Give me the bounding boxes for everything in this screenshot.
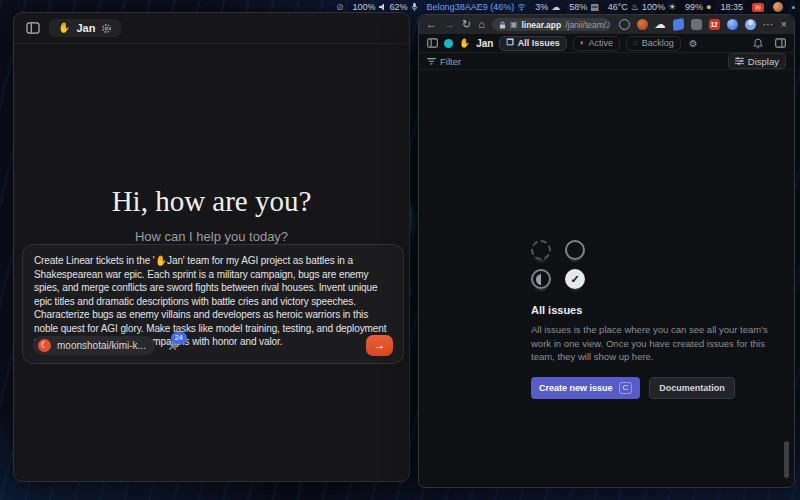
workspace-avatar[interactable] — [444, 39, 453, 48]
audio-indicator[interactable]: 100% 62% — [353, 2, 418, 12]
memory-value: 58% — [569, 2, 587, 12]
linear-header: ✋ Jan ❐ All Issues ◐ Active ◌ Backlog ⚙ — [419, 34, 794, 53]
extension-icon[interactable] — [637, 19, 648, 30]
wave-emoji: ✋ — [58, 23, 70, 33]
thermal-indicator: 46°C ♨ 100% ☀ — [608, 2, 676, 12]
mail-tray-icon[interactable]: ✉ — [752, 3, 764, 12]
adblock-extension-icon[interactable]: 12 — [709, 19, 720, 30]
temp-value: 46°C — [608, 2, 628, 12]
lock-icon — [499, 21, 506, 29]
battery-value: 99% — [685, 2, 703, 12]
browser-toolbar: ← → ↻ ⌂ ▣ linear.app/janii/team/JANAPP/a… — [419, 15, 794, 34]
thermometer-icon: ♨ — [631, 2, 639, 12]
bell-icon[interactable] — [753, 38, 763, 49]
desktop: { "desktop": { "status": { "volume": "10… — [0, 0, 800, 500]
jan-titlebar: ✋ Jan — [14, 13, 409, 44]
sidebar-toggle-icon[interactable] — [427, 38, 438, 48]
panel-right-icon[interactable] — [775, 38, 786, 48]
cloud-extension-icon[interactable]: ☁ — [655, 19, 666, 30]
view-settings-icon[interactable]: ⚙ — [689, 38, 698, 49]
todo-status-icon — [565, 240, 585, 260]
wifi-ssid: Belong38AAE9 (46%) — [427, 2, 515, 12]
tab-label: All Issues — [518, 38, 560, 49]
tray-dot-icon — [792, 6, 795, 9]
tools-count-badge: 24 — [171, 332, 187, 344]
reload-button[interactable]: ↻ — [462, 19, 471, 30]
fan-icon: ☀ — [668, 2, 676, 12]
memory-indicator: 58% ▤ — [569, 2, 599, 12]
browser-menu-button[interactable]: ⋯ — [763, 19, 774, 30]
address-bar[interactable]: ▣ linear.app/janii/team/JANAPP/all — [492, 18, 610, 31]
tab-all-issues[interactable]: ❐ All Issues — [499, 36, 566, 51]
display-label: Display — [748, 56, 779, 67]
volume-value: 100% — [353, 2, 376, 12]
greeting-heading: Hi, how are you? — [14, 185, 409, 218]
wifi-icon — [517, 3, 526, 11]
time-value: 18:35 — [720, 2, 743, 12]
chat-composer[interactable]: Create Linear tickets in the '✋Jan' team… — [22, 244, 404, 364]
thread-title-pill[interactable]: ✋ Jan — [49, 19, 121, 37]
linear-app: ✋ Jan ❐ All Issues ◐ Active ◌ Backlog ⚙ … — [419, 34, 794, 487]
site-settings-icon[interactable]: ▣ — [510, 20, 518, 29]
done-status-icon: ✓ — [565, 269, 585, 289]
memory-icon: ▤ — [590, 2, 599, 12]
battery-indicator: 99% ● — [685, 2, 711, 12]
back-button[interactable]: ← — [426, 19, 437, 30]
wave-emoji: ✋ — [459, 39, 470, 48]
tools-button[interactable]: ⚒ 24 — [167, 338, 178, 353]
thread-title: Jan — [76, 22, 95, 34]
half-circle-icon: ◐ — [580, 39, 585, 47]
shortcut-key-badge: C — [619, 382, 633, 394]
display-button[interactable]: Display — [728, 53, 786, 69]
extension-icon[interactable] — [727, 19, 738, 30]
clock: 18:35 — [720, 2, 743, 12]
app-tray-icon[interactable] — [773, 2, 783, 12]
model-selector[interactable]: ☾ moonshotai/kimi-k... — [33, 336, 155, 355]
url-path: /janii/team/JANAPP/all — [565, 20, 609, 30]
empty-state-description: All issues is the place where you can se… — [531, 323, 773, 364]
home-button[interactable]: ⌂ — [478, 19, 485, 30]
fan-value: 100% — [642, 2, 665, 12]
filter-icon[interactable] — [427, 58, 436, 65]
create-issue-label: Create new issue — [539, 383, 613, 393]
wifi-indicator[interactable]: Belong38AAE9 (46%) — [427, 2, 527, 12]
documentation-button[interactable]: Documentation — [649, 377, 735, 399]
jan-window: ✋ Jan Hi, how are you? How can I help yo… — [13, 12, 410, 482]
extension-icon[interactable] — [672, 18, 683, 31]
tab-label: Active — [589, 38, 614, 49]
battery-icon: ● — [706, 2, 711, 12]
tab-backlog[interactable]: ◌ Backlog — [626, 36, 681, 51]
tab-label: Backlog — [642, 38, 674, 49]
send-button[interactable]: → — [366, 335, 393, 356]
gear-icon[interactable] — [101, 23, 112, 34]
welcome-block: Hi, how are you? How can I help you toda… — [14, 185, 409, 244]
mic-icon — [411, 3, 418, 11]
issues-icon: ❐ — [506, 39, 513, 47]
profile-extension-icon[interactable] — [745, 19, 756, 30]
cloud-value: 3% — [535, 2, 548, 12]
extension-icon[interactable] — [691, 19, 702, 30]
sidebar-toggle-icon[interactable] — [26, 22, 40, 34]
status-bar: ⊘ 100% 62% Belong38AAE9 (46%) 3% ☁ 58% ▤… — [0, 0, 800, 14]
filter-label[interactable]: Filter — [440, 56, 461, 67]
cloud-indicator: 3% ☁ — [535, 2, 560, 12]
extension-icon[interactable] — [619, 19, 630, 30]
composer-toolbar: ☾ moonshotai/kimi-k... ⚒ 24 → — [33, 335, 393, 356]
empty-state: ✓ All issues All issues is the place whe… — [531, 240, 773, 399]
url-host: linear.app — [521, 20, 561, 30]
filter-row: Filter Display — [419, 53, 794, 70]
cloud-icon: ☁ — [551, 2, 560, 12]
status-icons-grid: ✓ — [531, 240, 773, 289]
privacy-indicator: ⊘ — [336, 2, 344, 12]
eye-off-icon: ⊘ — [336, 2, 344, 12]
in-progress-status-icon — [531, 269, 551, 289]
close-icon[interactable]: × — [781, 19, 787, 30]
model-name: moonshotai/kimi-k... — [57, 340, 146, 351]
create-new-issue-button[interactable]: Create new issue C — [531, 377, 640, 399]
scrollbar-thumb[interactable] — [784, 441, 789, 478]
tab-active[interactable]: ◐ Active — [573, 36, 620, 51]
browser-window: ← → ↻ ⌂ ▣ linear.app/janii/team/JANAPP/a… — [418, 14, 795, 488]
header-actions — [753, 38, 786, 49]
greeting-subtitle: How can I help you today? — [14, 229, 409, 244]
forward-button[interactable]: → — [444, 19, 455, 30]
